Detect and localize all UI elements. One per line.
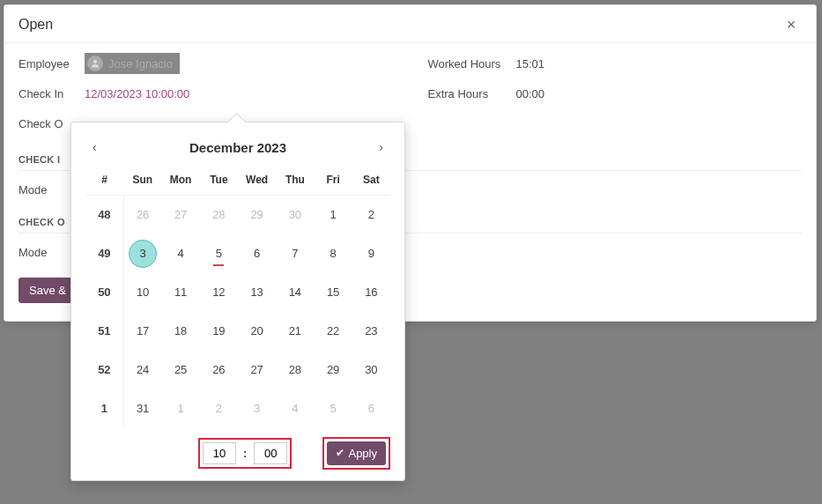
day-header: Tue xyxy=(200,167,238,196)
calendar-day[interactable]: 23 xyxy=(352,312,390,351)
calendar-day[interactable]: 9 xyxy=(352,234,390,273)
calendar-day[interactable]: 12 xyxy=(200,273,238,312)
check-icon: ✔ xyxy=(336,447,344,459)
close-icon[interactable]: × xyxy=(781,14,802,35)
calendar-day[interactable]: 18 xyxy=(162,312,200,351)
day-header: Wed xyxy=(238,167,276,196)
calendar-day[interactable]: 11 xyxy=(162,273,200,312)
calendar-day[interactable]: 13 xyxy=(238,273,276,312)
datepicker-grid: # Sun Mon Tue Wed Thu Fri Sat 4826272829… xyxy=(85,167,390,428)
calendar-day[interactable]: 30 xyxy=(352,351,390,389)
day-header: Mon xyxy=(162,167,200,196)
week-number: 52 xyxy=(85,351,123,389)
extra-hours-label: Extra Hours xyxy=(428,87,516,100)
hour-input[interactable] xyxy=(203,442,236,464)
calendar-day[interactable]: 4 xyxy=(162,234,200,273)
week-number: 49 xyxy=(85,234,123,273)
week-header: # xyxy=(85,167,123,196)
calendar-day[interactable]: 31 xyxy=(123,389,161,428)
datepicker-title[interactable]: December 2023 xyxy=(189,140,286,155)
calendar-day[interactable]: 28 xyxy=(200,196,238,234)
calendar-day[interactable]: 6 xyxy=(352,389,390,428)
calendar-day[interactable]: 7 xyxy=(276,234,314,273)
worked-hours-value: 15:01 xyxy=(516,57,545,70)
time-colon: : xyxy=(240,447,250,460)
datepicker-popover: ‹ December 2023 › # Sun Mon Tue Wed Thu … xyxy=(70,122,405,481)
calendar-day[interactable]: 1 xyxy=(162,389,200,428)
week-number: 48 xyxy=(85,196,123,234)
calendar-day[interactable]: 15 xyxy=(315,273,352,312)
calendar-day[interactable]: 14 xyxy=(276,273,314,312)
calendar-day[interactable]: 4 xyxy=(276,389,314,428)
calendar-day[interactable]: 5 xyxy=(200,234,238,273)
employee-name: Jose Ignacio xyxy=(108,57,173,70)
calendar-day[interactable]: 8 xyxy=(315,234,352,273)
calendar-day[interactable]: 27 xyxy=(162,196,200,234)
day-header: Fri xyxy=(315,167,352,196)
next-month-icon[interactable]: › xyxy=(372,137,390,158)
calendar-day[interactable]: 10 xyxy=(123,273,161,312)
calendar-day[interactable]: 21 xyxy=(276,312,314,351)
calendar-day[interactable]: 5 xyxy=(315,389,352,428)
minute-input[interactable] xyxy=(254,442,287,464)
extra-hours-value: 00:00 xyxy=(516,87,545,100)
calendar-day[interactable]: 25 xyxy=(162,351,200,389)
week-number: 1 xyxy=(85,389,123,428)
apply-label: Apply xyxy=(348,447,377,460)
calendar-day[interactable]: 3 xyxy=(123,234,161,273)
employee-label: Employee xyxy=(19,57,85,70)
calendar-day[interactable]: 16 xyxy=(352,273,390,312)
week-number: 51 xyxy=(85,312,123,351)
calendar-day[interactable]: 6 xyxy=(238,234,276,273)
svg-point-0 xyxy=(93,60,97,63)
modal-header: Open × xyxy=(4,5,816,42)
calendar-day[interactable]: 19 xyxy=(200,312,238,351)
avatar-icon xyxy=(87,56,103,71)
calendar-day[interactable]: 1 xyxy=(315,196,352,234)
save-button[interactable]: Save & xyxy=(19,278,77,303)
calendar-day[interactable]: 27 xyxy=(238,351,276,389)
calendar-day[interactable]: 29 xyxy=(315,351,352,389)
calendar-day[interactable]: 3 xyxy=(238,389,276,428)
prev-month-icon[interactable]: ‹ xyxy=(85,137,104,158)
day-header: Sun xyxy=(123,167,161,196)
time-input-group: : xyxy=(198,438,292,469)
calendar-day[interactable]: 29 xyxy=(238,196,276,234)
week-number: 50 xyxy=(85,273,123,312)
calendar-day[interactable]: 28 xyxy=(276,351,314,389)
calendar-day[interactable]: 17 xyxy=(123,312,161,351)
employee-chip[interactable]: Jose Ignacio xyxy=(85,53,180,74)
calendar-day[interactable]: 26 xyxy=(123,196,161,234)
day-header: Sat xyxy=(352,167,390,196)
calendar-day[interactable]: 30 xyxy=(276,196,314,234)
calendar-day[interactable]: 20 xyxy=(238,312,276,351)
calendar-day[interactable]: 22 xyxy=(315,312,352,351)
worked-hours-label: Worked Hours xyxy=(428,57,516,70)
checkin-label: Check In xyxy=(19,87,85,100)
calendar-day[interactable]: 24 xyxy=(123,351,161,389)
calendar-day[interactable]: 2 xyxy=(352,196,390,234)
checkin-value[interactable]: 12/03/2023 10:00:00 xyxy=(85,87,189,100)
day-header: Thu xyxy=(276,167,314,196)
calendar-day[interactable]: 2 xyxy=(200,389,238,428)
calendar-day[interactable]: 26 xyxy=(200,351,238,389)
modal-title: Open xyxy=(19,17,53,33)
apply-button[interactable]: ✔ Apply xyxy=(327,441,386,465)
